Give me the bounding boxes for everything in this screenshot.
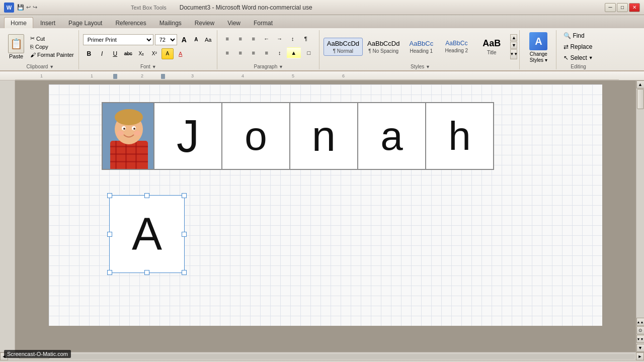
hscroll-right-arrow[interactable]: ► [636, 352, 644, 360]
quick-access-undo[interactable]: ↩ [26, 4, 31, 11]
letter-J: J [177, 114, 199, 159]
clipboard-expand-icon[interactable]: ▼ [49, 64, 54, 69]
tab-view[interactable]: View [221, 18, 247, 28]
close-button[interactable]: ✕ [629, 3, 640, 12]
child-photo-svg [103, 103, 154, 170]
underline-button[interactable]: U [109, 48, 121, 59]
paragraph-group: ≡ ≡ ≡ ← → ↕ ¶ ≡ ≡ ≡ ≡ ↕ ▲ □ Pa [219, 30, 319, 69]
clear-format-button[interactable]: Aa [203, 34, 214, 45]
font-name-select[interactable]: Primer Print [83, 34, 153, 45]
selected-text-box[interactable]: A [109, 195, 185, 273]
title-bar: W 💾 ↩ ↪ Text Box Tools Document3 - Micro… [0, 0, 644, 15]
font-expand-icon[interactable]: ▼ [152, 64, 156, 69]
decrease-indent-button[interactable]: ← [261, 33, 273, 44]
binoculars-icon: 🔍 [564, 32, 571, 39]
child-photo [103, 103, 153, 169]
numbered-list-button[interactable]: ≡ [234, 33, 247, 44]
quick-access-redo[interactable]: ↪ [33, 4, 37, 11]
paste-label: Paste [9, 53, 23, 59]
styles-scroll-controls: ▲ ▼ ▼▼ [510, 34, 517, 59]
strikethrough-button[interactable]: abc [122, 48, 134, 59]
tab-format[interactable]: Format [248, 18, 279, 28]
tab-mailings[interactable]: Mailings [153, 18, 188, 28]
tab-review[interactable]: Review [189, 18, 220, 28]
align-left-button[interactable]: ≡ [221, 47, 233, 58]
select-button[interactable]: ↖ Select ▼ [560, 53, 596, 63]
sort-button[interactable]: ↕ [287, 33, 299, 44]
style-heading1[interactable]: AaBbCc Heading 1 [404, 38, 438, 56]
editing-label: Editing [560, 63, 596, 69]
cursor-icon: ↖ [564, 54, 569, 61]
minimize-button[interactable]: ─ [605, 3, 616, 12]
font-size-select[interactable]: 72 [155, 34, 177, 45]
align-center-button[interactable]: ≡ [234, 47, 247, 58]
copy-button[interactable]: ⎘ Copy [29, 43, 75, 50]
paste-button[interactable]: 📋 Paste [5, 32, 27, 61]
letter-card-J: J [154, 102, 222, 170]
svg-text:3: 3 [191, 73, 194, 78]
handle-top-right[interactable] [182, 193, 187, 198]
handle-top-center[interactable] [144, 193, 149, 198]
handle-bottom-center[interactable] [144, 270, 149, 275]
hscroll-track[interactable] [9, 354, 635, 359]
styles-more-button[interactable]: ▼▼ [510, 49, 517, 59]
styles-expand-icon[interactable]: ▼ [426, 64, 430, 69]
increase-indent-button[interactable]: → [274, 33, 286, 44]
format-painter-button[interactable]: 🖌 Format Painter [29, 51, 75, 58]
shading-button[interactable]: ▲ [287, 47, 301, 58]
bullets-button[interactable]: ≡ [221, 33, 233, 44]
font-shrink-button[interactable]: A [191, 34, 202, 45]
font-grow-button[interactable]: A [179, 34, 190, 45]
handle-bottom-right[interactable] [182, 270, 187, 275]
cut-button[interactable]: ✂ Cut [29, 35, 75, 42]
style-no-spacing[interactable]: AaBbCcDd ¶ No Spacing [364, 38, 403, 56]
quick-access-save[interactable]: 💾 [17, 4, 24, 11]
svg-rect-17 [110, 161, 148, 162]
find-button[interactable]: 🔍 Find [560, 31, 596, 41]
tab-references[interactable]: References [109, 18, 152, 28]
handle-middle-left[interactable] [107, 232, 112, 237]
handle-bottom-left[interactable] [107, 270, 112, 275]
scroll-thumb[interactable] [637, 89, 644, 109]
svg-rect-15 [110, 146, 148, 147]
page-down-button[interactable]: ▼▼ [636, 335, 645, 343]
tab-page-layout[interactable]: Page Layout [62, 18, 108, 28]
show-hide-button[interactable]: ¶ [300, 33, 312, 44]
font-color-button[interactable]: A [175, 48, 187, 59]
letter-n: n [312, 115, 336, 157]
justify-button[interactable]: ≡ [261, 47, 273, 58]
styles-label: Styles ▼ [324, 63, 518, 69]
app-icon: W [4, 3, 14, 13]
style-heading2[interactable]: AaBbCc Heading 2 [439, 38, 473, 55]
font-group: Primer Print 72 A A Aa B I U abc [81, 30, 217, 69]
tab-insert[interactable]: Insert [34, 18, 61, 28]
scroll-up-arrow[interactable]: ▲ [636, 80, 645, 88]
maximize-button[interactable]: □ [617, 3, 628, 12]
styles-scroll-down[interactable]: ▼ [510, 42, 517, 49]
style-normal[interactable]: AaBbCcDd ¶ Normal [324, 38, 363, 56]
scroll-down-arrow[interactable]: ▼ [636, 344, 645, 352]
change-styles-button[interactable]: A ChangeStyles ▾ [524, 30, 553, 65]
document-scroll-area[interactable]: J o n a h [15, 80, 636, 352]
text-highlight-button[interactable]: A [162, 48, 174, 59]
select-browse-button[interactable]: ⊙ [636, 326, 645, 334]
handle-top-left[interactable] [107, 193, 112, 198]
paragraph-expand-icon[interactable]: ▼ [279, 64, 283, 69]
borders-button[interactable]: □ [302, 47, 316, 58]
normal-preview: AaBbCcDd [327, 40, 359, 47]
replace-button[interactable]: ⇄ Replace [560, 42, 596, 52]
scroll-track[interactable] [637, 89, 644, 316]
style-title[interactable]: AaB Title [474, 36, 509, 57]
line-spacing-button[interactable]: ↕ [274, 47, 286, 58]
styles-scroll-up[interactable]: ▲ [510, 34, 517, 41]
subscript-button[interactable]: X₂ [135, 48, 147, 59]
svg-point-20 [115, 109, 143, 125]
multilevel-list-button[interactable]: ≡ [248, 33, 260, 44]
superscript-button[interactable]: X² [148, 48, 160, 59]
italic-button[interactable]: I [96, 48, 108, 59]
page-up-button[interactable]: ▲▲ [636, 318, 645, 326]
bold-button[interactable]: B [83, 48, 95, 59]
tab-home[interactable]: Home [4, 17, 33, 28]
align-right-button[interactable]: ≡ [248, 47, 260, 58]
handle-middle-right[interactable] [182, 232, 187, 237]
